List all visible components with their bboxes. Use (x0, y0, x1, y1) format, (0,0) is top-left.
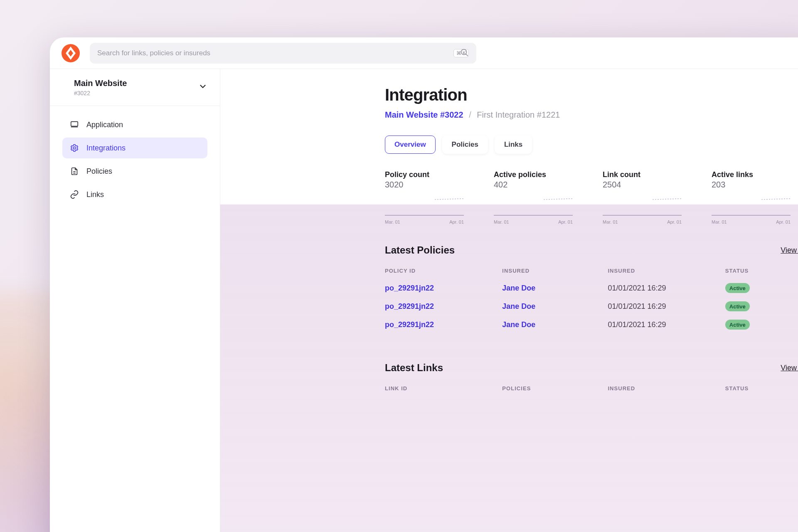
sparkline-chart: Mar. 01 Apr. 01 (712, 195, 791, 216)
latest-links-section: Latest Links View all LINK ID POLICIES I… (385, 362, 798, 397)
policy-id[interactable]: po_29291jn22 (385, 284, 502, 293)
tab-overview[interactable]: Overview (385, 135, 436, 154)
datetime: 01/01/2021 16:29 (608, 302, 725, 311)
policies-table: POLICY ID INSURED INSURED STATUS po_2929… (385, 268, 784, 334)
stat-label: Active policies (494, 170, 573, 179)
tabbar: Overview Policies Links (385, 135, 798, 154)
breadcrumb: Main Website #3022 / First Integration #… (385, 110, 798, 120)
topbar: ⌘ K (50, 37, 798, 69)
spark-x0: Mar. 01 (385, 219, 400, 224)
col-policies: POLICIES (502, 385, 608, 392)
col-link-id: LINK ID (385, 385, 502, 392)
stat-value: 2504 (603, 180, 682, 190)
stat-active-links: Active links 203 Mar. 01 Ap (712, 170, 791, 216)
link-icon (70, 190, 79, 199)
sparkline-chart: Mar. 01 Apr. 01 (603, 195, 682, 216)
search-icon[interactable] (460, 48, 469, 59)
spark-x1: Apr. 01 (449, 219, 464, 224)
status-badge: Active (725, 320, 750, 330)
tab-links[interactable]: Links (495, 135, 532, 154)
table-head: POLICY ID INSURED INSURED STATUS (385, 268, 784, 279)
sidebar-item-links[interactable]: Links (62, 184, 207, 205)
spark-x0: Mar. 01 (603, 219, 618, 224)
status-badge: Active (725, 301, 750, 311)
sidebar-nav: Application Integrations (50, 106, 220, 213)
stat-link-count: Link count 2504 Mar. 01 Apr (603, 170, 682, 216)
view-all-link[interactable]: View all (781, 246, 798, 255)
spark-x1: Apr. 01 (776, 219, 791, 224)
sidebar-item-application[interactable]: Application (62, 114, 207, 135)
spark-x1: Apr. 01 (558, 219, 573, 224)
col-status: STATUS (725, 385, 784, 392)
document-icon (70, 167, 79, 176)
stat-value: 3020 (385, 180, 464, 190)
monitor-icon (70, 120, 79, 129)
table-head: LINK ID POLICIES INSURED STATUS (385, 385, 784, 397)
view-all-link[interactable]: View all (781, 364, 798, 372)
links-table: LINK ID POLICIES INSURED STATUS (385, 385, 784, 397)
datetime: 01/01/2021 16:29 (608, 284, 725, 293)
insured[interactable]: Jane Doe (502, 302, 608, 311)
sidebar-item-label: Integrations (86, 144, 126, 153)
policy-id[interactable]: po_29291jn22 (385, 302, 502, 311)
spark-x0: Mar. 01 (494, 219, 509, 224)
search-input[interactable] (97, 49, 450, 57)
insured[interactable]: Jane Doe (502, 320, 608, 329)
tab-label: Overview (394, 140, 426, 148)
stat-label: Active links (712, 170, 791, 179)
breadcrumb-parent[interactable]: Main Website #3022 (385, 110, 463, 119)
workspace-id: #3022 (74, 90, 127, 96)
col-insured: INSURED (502, 268, 608, 274)
section-title: Latest Links (385, 362, 443, 374)
policy-id[interactable]: po_29291jn22 (385, 320, 502, 329)
insured[interactable]: Jane Doe (502, 284, 608, 293)
table-row[interactable]: po_29291jn22 Jane Doe 01/01/2021 16:29 A… (385, 279, 784, 297)
global-search[interactable]: ⌘ K (90, 43, 476, 64)
col-datetime: INSURED (608, 268, 725, 274)
chevron-down-icon[interactable] (198, 82, 207, 93)
workspace-name: Main Website (74, 78, 127, 88)
status-badge: Active (725, 283, 750, 293)
tab-policies[interactable]: Policies (442, 135, 488, 154)
sidebar-item-label: Links (86, 190, 104, 199)
spark-x0: Mar. 01 (712, 219, 727, 224)
gear-icon (70, 143, 79, 153)
section-title: Latest Policies (385, 244, 455, 256)
stat-policy-count: Policy count 3020 Mar. 01 A (385, 170, 464, 216)
stat-active-policies: Active policies 402 Mar. 01 (494, 170, 573, 216)
stat-label: Link count (603, 170, 682, 179)
sidebar-item-policies[interactable]: Policies (62, 161, 207, 182)
sidebar-item-label: Policies (86, 167, 112, 176)
sidebar-item-label: Application (86, 121, 123, 129)
workspace-switcher[interactable]: Main Website #3022 (50, 69, 220, 106)
datetime: 01/01/2021 16:29 (608, 320, 725, 329)
svg-point-5 (73, 147, 76, 149)
stat-value: 402 (494, 180, 573, 190)
spark-x1: Apr. 01 (667, 219, 682, 224)
stat-value: 203 (712, 180, 791, 190)
page-title: Integration (385, 86, 798, 104)
stat-label: Policy count (385, 170, 464, 179)
main-content: Integration Main Website #3022 / First I… (220, 69, 798, 532)
tab-label: Policies (452, 140, 478, 148)
col-insured: INSURED (608, 385, 725, 392)
table-row[interactable]: po_29291jn22 Jane Doe 01/01/2021 16:29 A… (385, 297, 784, 315)
latest-policies-section: Latest Policies View all POLICY ID INSUR… (385, 244, 798, 334)
brand-logo[interactable] (62, 44, 80, 62)
svg-rect-3 (71, 122, 78, 126)
app-window: ⌘ K Main Website #3022 (50, 37, 798, 532)
sidebar: Main Website #3022 (50, 69, 220, 532)
breadcrumb-sep: / (469, 110, 471, 119)
sidebar-item-integrations[interactable]: Integrations (62, 138, 207, 158)
sparkline-chart: Mar. 01 Apr. 01 (494, 195, 573, 216)
svg-line-2 (466, 54, 468, 55)
col-status: STATUS (725, 268, 784, 274)
stats-row: Policy count 3020 Mar. 01 A (385, 170, 798, 216)
tab-label: Links (504, 140, 522, 148)
col-policy-id: POLICY ID (385, 268, 502, 274)
table-row[interactable]: po_29291jn22 Jane Doe 01/01/2021 16:29 A… (385, 315, 784, 334)
sparkline-chart: Mar. 01 Apr. 01 (385, 195, 464, 216)
breadcrumb-child: First Integration #1221 (477, 110, 560, 119)
